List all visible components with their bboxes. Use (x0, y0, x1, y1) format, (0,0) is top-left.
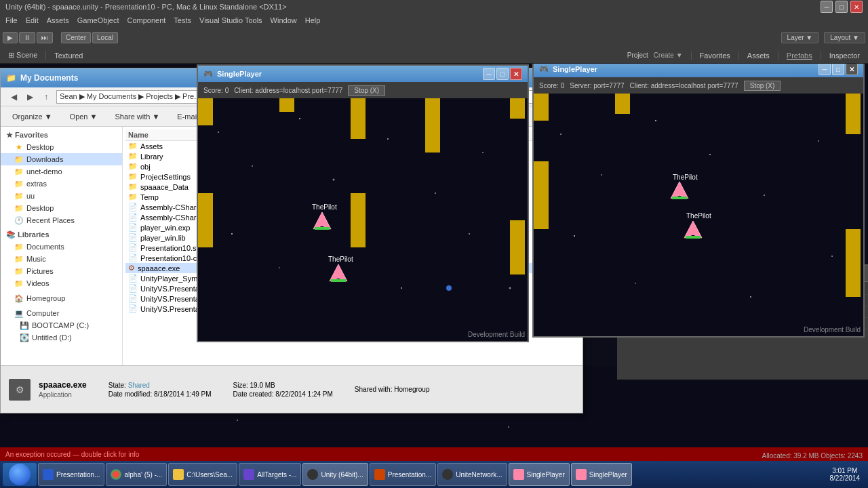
game1-minimize-btn[interactable]: ─ (483, 68, 495, 80)
sidebar-item-downloads[interactable]: 📁 Downloads (1, 153, 122, 165)
sidebar-item-uu[interactable]: 📁 uu (1, 190, 122, 202)
tab-scene[interactable]: ⊞ Scene (0, 51, 46, 60)
sidebar-item-videos[interactable]: 📁 Videos (1, 277, 122, 289)
sidebar-item-music[interactable]: 📁 Music (1, 253, 122, 265)
pause-btn[interactable]: ⏸ (19, 32, 35, 43)
explorer-icon (173, 469, 184, 480)
spaceship-1 (312, 212, 332, 234)
selected-date-modified: Date modified: 8/18/2014 1:49 PM (108, 390, 212, 398)
taskbar-label-presentation2: Presentation... (388, 471, 431, 479)
svg-point-28 (469, 233, 470, 235)
menu-tests[interactable]: Tests (174, 16, 191, 24)
game2-close-btn[interactable]: ✕ (846, 63, 858, 75)
local-btn[interactable]: Local (92, 32, 118, 43)
sidebar-item-extras[interactable]: 📁 extras (1, 178, 122, 190)
menu-edit[interactable]: Edit (26, 16, 39, 24)
taskbar-item-unity[interactable]: Unity (64bit)... (302, 463, 368, 486)
sidebar-item-documents[interactable]: 📁 Documents (1, 241, 122, 253)
game-icon-1: 🎮 (203, 70, 213, 79)
create-btn[interactable]: Create ▼ (654, 52, 683, 59)
center-btn[interactable]: Center (61, 32, 91, 43)
doc-icon-8: 📄 (128, 294, 138, 303)
taskbar-item-presentation2[interactable]: Presentation... (370, 463, 436, 486)
nav-forward-btn[interactable]: ▶ (22, 89, 37, 104)
layout-dropdown[interactable]: Layout ▼ (824, 32, 865, 43)
sidebar-item-untitled[interactable]: 💽 Untitled (D:) (1, 331, 122, 344)
game2-stop-btn[interactable]: Stop (X) (744, 81, 781, 91)
sidebar-item-desktop-star[interactable]: ★ Desktop (1, 141, 122, 153)
menu-help[interactable]: Help (305, 16, 321, 24)
nav-up-btn[interactable]: ↑ (39, 89, 54, 104)
sidebar-item-unet[interactable]: 📁 unet-demo (1, 165, 122, 178)
game-title-1: SinglePlayer (217, 70, 262, 78)
unity-maximize-btn[interactable]: □ (835, 1, 848, 13)
clock-icon: 🕐 (14, 216, 24, 225)
pilot1-label: ThePilot (312, 203, 337, 211)
svg-rect-53 (534, 161, 549, 229)
svg-rect-57 (846, 229, 861, 297)
svg-point-26 (279, 267, 280, 268)
taskbar-item-singleplayer2[interactable]: SinglePlayer (571, 463, 632, 486)
tab-textures[interactable]: Textured (46, 52, 91, 60)
layer-dropdown[interactable]: Layer ▼ (781, 32, 819, 43)
tab-assets[interactable]: Assets (739, 52, 778, 60)
sidebar-item-computer[interactable]: 💻 Computer (1, 307, 122, 319)
svg-marker-58 (671, 182, 688, 199)
svg-rect-35 (425, 98, 440, 152)
tab-prefabs[interactable]: Prefabs (778, 52, 821, 60)
sidebar-item-desktop[interactable]: 📁 Desktop (1, 202, 122, 214)
taskbar-clock: 3:01 PM 8/22/2014 (830, 467, 861, 482)
svg-point-38 (446, 285, 452, 291)
unity-close-btn[interactable]: ✕ (850, 1, 863, 13)
svg-point-43 (560, 134, 561, 135)
taskbar-item-explorer[interactable]: C:\Users\Sea... (168, 463, 237, 486)
game1-maximize-btn[interactable]: □ (496, 68, 509, 80)
svg-point-20 (299, 118, 300, 119)
explorer-sidebar: ★ Favorites ★ Desktop 📁 Downloads 📁 unet… (1, 127, 123, 365)
start-button[interactable] (3, 463, 37, 486)
game2-maximize-btn[interactable]: □ (832, 63, 844, 75)
taskbar-item-presentation[interactable]: Presentation... (38, 463, 104, 486)
folder-icon-3: 📁 (14, 179, 24, 188)
computer-section: 💻 Computer 💾 BOOTCAMP (C:) 💽 Untitled (D… (1, 307, 122, 344)
nav-back-btn[interactable]: ◀ (6, 89, 21, 104)
menu-component[interactable]: Component (127, 16, 165, 24)
taskbar-item-singleplayer1[interactable]: SinglePlayer (509, 463, 570, 486)
game1-stop-btn[interactable]: Stop (X) (348, 85, 385, 96)
game2-minimize-btn[interactable]: ─ (818, 63, 831, 75)
menu-vs-tools[interactable]: Visual Studio Tools (199, 16, 262, 24)
svg-rect-34 (351, 193, 366, 247)
libraries-header: 📚 Libraries (1, 229, 122, 241)
taskbar-item-chrome[interactable]: alpha' (5) -... (106, 463, 167, 486)
taskbar-label-presentation: Presentation... (56, 471, 100, 479)
svg-rect-31 (198, 98, 213, 125)
sidebar-item-bootcamp[interactable]: 💾 BOOTCAMP (C:) (1, 319, 122, 331)
tab-favorites[interactable]: Favorites (691, 52, 739, 60)
menu-file[interactable]: File (5, 16, 18, 24)
game1-score: Score: 0 (203, 87, 229, 94)
start-orb (9, 464, 31, 485)
step-btn[interactable]: ⏭ (37, 32, 53, 43)
play-btn[interactable]: ▶ (3, 32, 18, 43)
svg-rect-54 (534, 94, 549, 121)
taskbar: Presentation... alpha' (5) -... C:\Users… (0, 461, 868, 488)
tab-inspector[interactable]: Inspector (821, 52, 868, 60)
organize-btn[interactable]: Organize ▼ (6, 110, 58, 123)
sidebar-item-recent[interactable]: 🕐 Recent Places (1, 214, 122, 226)
svg-point-69 (508, 426, 509, 428)
menu-window[interactable]: Window (271, 16, 297, 24)
share-btn[interactable]: Share with ▼ (108, 110, 165, 123)
dev-build-label-1: Development Build (468, 331, 525, 338)
sidebar-item-pictures[interactable]: 📁 Pictures (1, 265, 122, 277)
open-btn[interactable]: Open ▼ (64, 110, 104, 123)
game1-close-btn[interactable]: ✕ (510, 68, 522, 80)
svg-point-67 (237, 420, 238, 421)
menu-gameobject[interactable]: GameObject (77, 16, 119, 24)
svg-point-23 (435, 192, 436, 194)
sidebar-item-homegroup[interactable]: 🏠 Homegroup (1, 292, 122, 304)
taskbar-item-unitenetwork[interactable]: UniteNetwork... (437, 463, 507, 486)
taskbar-item-vs[interactable]: AllTargets -... (239, 463, 301, 486)
unity-minimize-btn[interactable]: ─ (821, 1, 833, 13)
folder-icon-obj: 📁 (128, 162, 138, 171)
menu-assets[interactable]: Assets (47, 16, 69, 24)
